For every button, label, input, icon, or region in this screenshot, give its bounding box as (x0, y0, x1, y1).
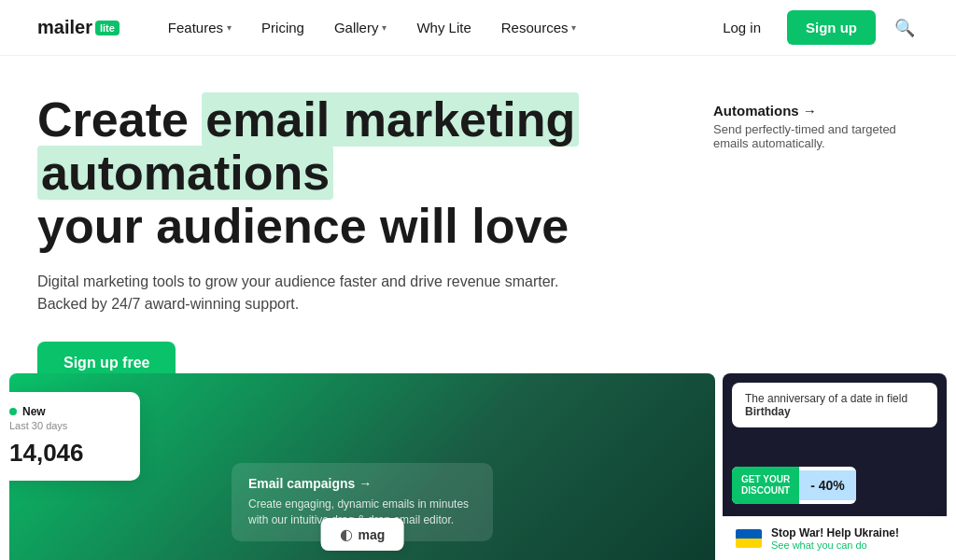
automation-title: Automations → (713, 103, 919, 119)
discount-card: GET YOUR DISCOUNT - 40% (732, 467, 856, 504)
headline-automations: automations (37, 146, 333, 200)
nav-pricing[interactable]: Pricing (250, 12, 316, 43)
green-panel: New Last 30 days 14,046 Email campaigns … (9, 373, 715, 560)
birthday-field: Birthday (745, 405, 791, 418)
birthday-card: The anniversary of a date in field Birth… (732, 383, 937, 427)
moon-icon: ◐ (340, 525, 353, 543)
nav-links: Features ▾ Pricing Gallery ▾ Why Lite Re… (157, 12, 711, 43)
headline-create: Create (37, 92, 189, 147)
subscriber-count: 14,046 (9, 439, 121, 468)
logo-badge: lite (95, 21, 120, 35)
mag-preview: ◐ mag (321, 518, 404, 551)
ukraine-flag-icon (736, 529, 762, 548)
nav-resources[interactable]: Resources ▾ (490, 12, 588, 43)
hero-subtext: Digital marketing tools to grow your aud… (37, 271, 598, 315)
signup-button[interactable]: Sign up (787, 10, 876, 45)
logo-text: mailer (37, 17, 92, 38)
logo[interactable]: mailerlite (37, 17, 120, 38)
widget-period: Last 30 days (9, 420, 121, 431)
widget-status-label: New (22, 405, 46, 418)
search-icon[interactable]: 🔍 (891, 14, 919, 42)
nav-gallery[interactable]: Gallery ▾ (323, 12, 399, 43)
bottom-section: New Last 30 days 14,046 Email campaigns … (0, 373, 956, 560)
discount-percent: - 40% (799, 470, 856, 500)
hero-headline: Create email marketing automations your … (37, 93, 672, 254)
ukraine-banner-text: Stop War! Help Ukraine! See what you can… (771, 526, 899, 551)
status-dot-icon (9, 408, 17, 415)
login-button[interactable]: Log in (711, 12, 772, 43)
chevron-down-icon: ▾ (227, 22, 232, 33)
card-title: Email campaigns → (248, 476, 476, 491)
discount-label: GET YOUR DISCOUNT (732, 467, 799, 504)
chevron-down-icon: ▾ (382, 22, 387, 33)
ukraine-banner: Stop War! Help Ukraine! See what you can… (723, 516, 947, 560)
flag-blue (736, 529, 762, 539)
automation-description: Send perfectly-timed and targeted emails… (713, 122, 919, 150)
birthday-text: The anniversary of a date in field (745, 392, 907, 405)
subscribers-widget: New Last 30 days 14,046 (9, 392, 140, 481)
mag-label: mag (358, 527, 386, 542)
automation-callout: Automations → Send perfectly-timed and t… (713, 103, 919, 150)
flag-yellow (736, 539, 762, 548)
nav-right: Log in Sign up 🔍 (711, 10, 919, 45)
navbar: mailerlite Features ▾ Pricing Gallery ▾ … (0, 0, 956, 56)
headline-highlight: email marketing (202, 92, 579, 147)
widget-status-row: New (9, 405, 121, 418)
nav-features[interactable]: Features ▾ (157, 12, 243, 43)
ukraine-link[interactable]: See what you can do (771, 539, 899, 551)
right-panel: The anniversary of a date in field Birth… (723, 373, 947, 560)
ukraine-title: Stop War! Help Ukraine! (771, 526, 899, 539)
chevron-down-icon: ▾ (571, 22, 576, 33)
headline-love: your audience will love (37, 199, 569, 253)
nav-whylite[interactable]: Why Lite (405, 12, 482, 43)
